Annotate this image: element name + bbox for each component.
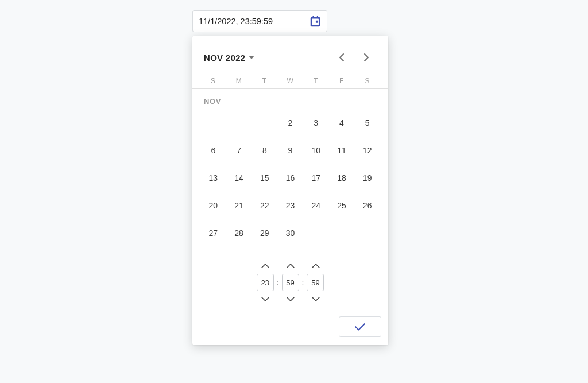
- day-cell[interactable]: 21: [226, 194, 252, 217]
- calendar-toggle-button[interactable]: [308, 13, 322, 30]
- day-cell[interactable]: 24: [303, 194, 329, 217]
- day-cell[interactable]: 2: [277, 111, 303, 134]
- day-cell[interactable]: 20: [200, 194, 226, 217]
- seconds-down-button[interactable]: [308, 293, 323, 305]
- confirm-button[interactable]: [339, 316, 381, 337]
- time-inputs-row: : :: [257, 274, 324, 291]
- day-cell[interactable]: 23: [277, 194, 303, 217]
- day-cell[interactable]: 1: [252, 111, 277, 134]
- chevron-up-icon: [312, 264, 320, 268]
- chevron-down-icon: [312, 297, 320, 301]
- day-cell[interactable]: 22: [252, 194, 277, 217]
- seconds-input[interactable]: [307, 274, 324, 291]
- day-cell[interactable]: 14: [226, 167, 252, 189]
- day-cell[interactable]: 27: [200, 222, 226, 245]
- day-cell[interactable]: 18: [329, 167, 355, 189]
- hours-input[interactable]: [257, 274, 274, 291]
- day-cell[interactable]: 4: [329, 111, 355, 134]
- chevron-left-icon: [339, 53, 344, 61]
- time-separator: :: [276, 278, 280, 287]
- day-cell[interactable]: 6: [200, 139, 226, 162]
- day-cell[interactable]: 12: [354, 139, 380, 162]
- day-cell[interactable]: 9: [277, 139, 303, 162]
- check-icon: [354, 323, 366, 331]
- weekday-header: M: [226, 77, 252, 85]
- day-cell[interactable]: 13: [200, 167, 226, 189]
- period-select-button[interactable]: NOV 2022: [203, 51, 256, 65]
- next-month-button[interactable]: [355, 46, 378, 69]
- day-cell[interactable]: 5: [354, 111, 380, 134]
- datetime-field[interactable]: [192, 10, 327, 32]
- weekday-header-row: SMTWTFS: [192, 72, 388, 88]
- chevron-down-icon: [261, 297, 269, 301]
- svg-rect-2: [317, 16, 318, 18]
- day-cell-blank: [200, 111, 226, 134]
- month-nav: [330, 46, 378, 69]
- time-spin-down-row: [258, 293, 323, 305]
- prev-month-button[interactable]: [330, 46, 353, 69]
- day-cell[interactable]: 26: [354, 194, 380, 217]
- chevron-down-icon: [249, 56, 254, 59]
- day-cell[interactable]: 29: [252, 222, 277, 245]
- day-cell[interactable]: 7: [226, 139, 252, 162]
- time-picker: : :: [192, 254, 388, 312]
- day-cell[interactable]: 19: [354, 167, 380, 189]
- day-cell[interactable]: 25: [329, 194, 355, 217]
- svg-rect-4: [316, 21, 318, 23]
- chevron-down-icon: [287, 297, 295, 301]
- weekday-header: S: [200, 77, 226, 85]
- datetime-input[interactable]: [198, 16, 308, 26]
- svg-rect-1: [312, 16, 314, 18]
- day-cell[interactable]: 15: [252, 167, 277, 189]
- day-cell-blank: [226, 111, 252, 134]
- calendar-icon: [309, 15, 322, 28]
- weekday-header: T: [252, 77, 277, 85]
- time-separator: :: [301, 278, 305, 287]
- time-spin-up-row: [258, 260, 323, 272]
- hours-up-button[interactable]: [258, 260, 273, 272]
- datetime-picker-popup: NOV 2022 SMTWTFS: [192, 36, 388, 345]
- chevron-up-icon: [261, 264, 269, 268]
- weekday-header: F: [329, 77, 355, 85]
- period-label: NOV 2022: [204, 53, 245, 63]
- hours-down-button[interactable]: [258, 293, 273, 305]
- day-cell[interactable]: 16: [277, 167, 303, 189]
- day-cell[interactable]: 3: [303, 111, 329, 134]
- calendar-body: NOV 123456789101112131415161718192021222…: [192, 89, 388, 254]
- weekday-header: W: [277, 77, 303, 85]
- minutes-down-button[interactable]: [283, 293, 298, 305]
- day-cell[interactable]: 10: [303, 139, 329, 162]
- month-label: NOV: [200, 89, 380, 111]
- day-cell[interactable]: 17: [303, 167, 329, 189]
- minutes-up-button[interactable]: [283, 260, 298, 272]
- weekday-header: S: [354, 77, 380, 85]
- minutes-input[interactable]: [282, 274, 299, 291]
- picker-actions: [192, 312, 388, 345]
- day-cell[interactable]: 11: [329, 139, 355, 162]
- day-cell[interactable]: 8: [252, 139, 277, 162]
- seconds-up-button[interactable]: [308, 260, 323, 272]
- days-grid: 1234567891011121314151617181920212223242…: [200, 111, 380, 249]
- weekday-header: T: [303, 77, 329, 85]
- chevron-up-icon: [287, 264, 295, 268]
- calendar-header: NOV 2022: [192, 36, 388, 72]
- chevron-right-icon: [364, 53, 369, 61]
- day-cell[interactable]: 30: [277, 222, 303, 245]
- day-cell[interactable]: 28: [226, 222, 252, 245]
